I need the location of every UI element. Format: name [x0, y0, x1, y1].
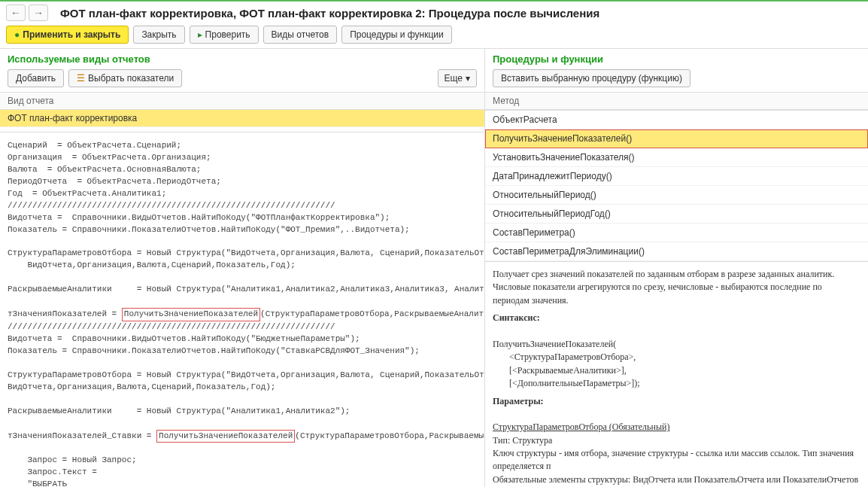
more-dropdown[interactable]: Еще▾ — [438, 69, 477, 87]
highlight-2: ПолучитьЗначениеПоказателей — [156, 430, 295, 443]
apply-close-label: Применить и закрыть — [23, 29, 120, 40]
pick-indicators-button[interactable]: ☰Выбрать показатели — [68, 69, 182, 87]
proc-row[interactable]: ОтносительныйПериодГод() — [485, 205, 868, 224]
proc-list-header: Метод — [485, 92, 868, 110]
proc-row[interactable]: УстановитьЗначениеПоказателя() — [485, 148, 868, 167]
chevron-down-icon: ▾ — [466, 73, 470, 84]
highlight-1: ПолучитьЗначениеПоказателей — [122, 308, 260, 321]
proc-row-selected[interactable]: ПолучитьЗначениеПоказателей() — [485, 129, 868, 148]
desc-summary2: Числовые показатели агрегируются по срез… — [493, 282, 822, 305]
list-icon: ☰ — [77, 73, 85, 84]
report-types-button[interactable]: Виды отчетов — [263, 26, 338, 44]
arrow-left-icon: ← — [11, 7, 21, 19]
report-row[interactable]: ФОТ план-факт корректировка — [0, 110, 484, 127]
right-section-title: Процедуры и функции — [485, 49, 868, 66]
right-toolbar: Вставить выбранную процедуру (функцию) — [485, 66, 868, 92]
back-button[interactable]: ← — [6, 5, 26, 21]
check-icon: ● — [14, 29, 20, 40]
params-heading: Параметры: — [493, 395, 860, 408]
right-column: Процедуры и функции Вставить выбранную п… — [485, 49, 868, 487]
columns: Используемые виды отчетов Добавить ☰Выбр… — [0, 49, 868, 487]
desc-summary: Получает срез значений показателей по за… — [493, 269, 834, 279]
proc-description: Получает срез значений показателей по за… — [485, 261, 868, 487]
grid-body: ФОТ план-факт корректировка — [0, 110, 484, 127]
syntax-heading: Синтаксис: — [493, 312, 860, 324]
proc-list: ОбъектРасчета ПолучитьЗначениеПоказателе… — [485, 110, 868, 261]
left-column: Используемые виды отчетов Добавить ☰Выбр… — [0, 49, 485, 487]
add-button[interactable]: Добавить — [8, 69, 64, 87]
check-label: Проверить — [205, 29, 250, 40]
left-toolbar: Добавить ☰Выбрать показатели Еще▾ — [0, 66, 484, 92]
main-toolbar: ●Применить и закрыть Закрыть ▸Проверить … — [0, 21, 868, 49]
arrow-right-icon: → — [33, 7, 44, 19]
more-label: Еще — [445, 73, 463, 84]
grid-header: Вид отчета — [0, 92, 484, 110]
param1-name: СтруктураПараметровОтбора (Обязательный) — [493, 422, 669, 432]
code-editor[interactable]: Сценарий = ОбъектРасчета.Сценарий; Орган… — [0, 132, 484, 487]
forward-button[interactable]: → — [29, 5, 48, 21]
left-section-title: Используемые виды отчетов — [0, 49, 484, 66]
proc-row[interactable]: ОтносительныйПериод() — [485, 186, 868, 205]
play-icon: ▸ — [198, 29, 202, 40]
title-row: ← → ФОТ план-факт корректировка, ФОТ пла… — [0, 2, 868, 21]
check-button[interactable]: ▸Проверить — [190, 26, 259, 44]
code-content: Сценарий = ОбъектРасчета.Сценарий; Орган… — [0, 132, 484, 487]
nav-arrows: ← → — [6, 5, 48, 21]
proc-row[interactable]: СоставПериметраДляЭлиминации() — [485, 242, 868, 261]
window-title: ФОТ план-факт корректировка, ФОТ план-фа… — [53, 7, 599, 20]
proc-row[interactable]: ОбъектРасчета — [485, 111, 868, 129]
proc-row[interactable]: ДатаПринадлежитПериоду() — [485, 167, 868, 186]
procs-button[interactable]: Процедуры и функции — [341, 26, 452, 44]
close-button[interactable]: Закрыть — [133, 26, 184, 44]
pick-label: Выбрать показатели — [88, 73, 174, 84]
proc-row[interactable]: СоставПериметра() — [485, 224, 868, 242]
insert-proc-button[interactable]: Вставить выбранную процедуру (функцию) — [493, 69, 690, 87]
app-window: ← → ФОТ план-факт корректировка, ФОТ пла… — [0, 0, 868, 487]
apply-close-button[interactable]: ●Применить и закрыть — [6, 26, 129, 44]
